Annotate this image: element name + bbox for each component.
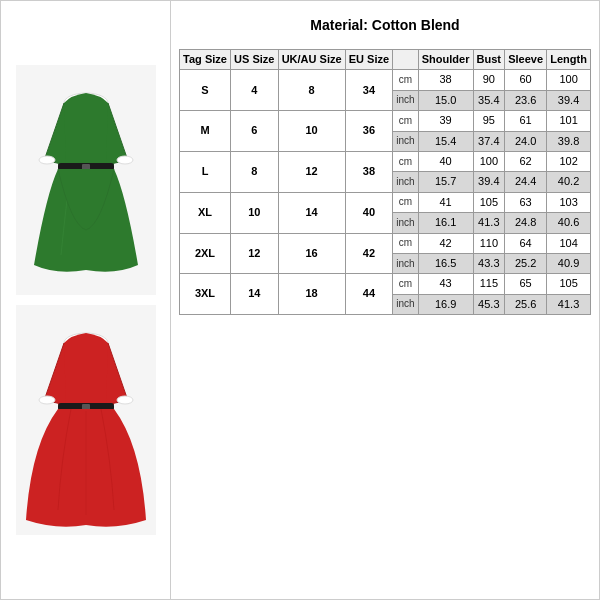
green-dress-image (16, 65, 156, 295)
shoulder-inch: 15.4 (418, 131, 473, 151)
tag-size-cell: XL (180, 192, 231, 233)
length-inch: 41.3 (547, 294, 591, 314)
sleeve-cm: 63 (505, 192, 547, 212)
main-container: Material: Cotton Blend Tag Size US Size … (0, 0, 600, 600)
unit-inch-cell: inch (393, 213, 418, 233)
eu-size-cell: 44 (345, 274, 393, 315)
sleeve-cm: 64 (505, 233, 547, 253)
col-header-tag: Tag Size (180, 50, 231, 70)
shoulder-cm: 41 (418, 192, 473, 212)
tag-size-cell: 2XL (180, 233, 231, 274)
bust-cm: 110 (473, 233, 505, 253)
length-inch: 39.8 (547, 131, 591, 151)
length-inch: 40.9 (547, 253, 591, 273)
svg-point-8 (39, 396, 55, 404)
svg-point-9 (117, 396, 133, 404)
us-size-cell: 6 (231, 111, 279, 152)
ukau-size-cell: 10 (278, 111, 345, 152)
col-header-unit (393, 50, 418, 70)
shoulder-inch: 15.7 (418, 172, 473, 192)
length-inch: 39.4 (547, 90, 591, 110)
us-size-cell: 8 (231, 151, 279, 192)
bust-cm: 100 (473, 151, 505, 171)
bust-cm: 105 (473, 192, 505, 212)
sleeve-cm: 62 (505, 151, 547, 171)
bust-inch: 35.4 (473, 90, 505, 110)
col-header-length: Length (547, 50, 591, 70)
us-size-cell: 10 (231, 192, 279, 233)
unit-cm-cell: cm (393, 70, 418, 90)
sleeve-cm: 60 (505, 70, 547, 90)
bust-inch: 37.4 (473, 131, 505, 151)
length-inch: 40.2 (547, 172, 591, 192)
eu-size-cell: 36 (345, 111, 393, 152)
bust-inch: 41.3 (473, 213, 505, 233)
tag-size-cell: M (180, 111, 231, 152)
material-title: Material: Cotton Blend (179, 11, 591, 39)
table-row: L81238cm4010062102 (180, 151, 591, 171)
shoulder-inch: 16.9 (418, 294, 473, 314)
eu-size-cell: 38 (345, 151, 393, 192)
col-header-ukau: UK/AU Size (278, 50, 345, 70)
tag-size-cell: 3XL (180, 274, 231, 315)
us-size-cell: 12 (231, 233, 279, 274)
svg-point-3 (117, 156, 133, 164)
sleeve-inch: 24.8 (505, 213, 547, 233)
shoulder-inch: 15.0 (418, 90, 473, 110)
sleeve-inch: 24.4 (505, 172, 547, 192)
svg-point-2 (39, 156, 55, 164)
bust-cm: 90 (473, 70, 505, 90)
sleeve-cm: 61 (505, 111, 547, 131)
col-header-sleeve: Sleeve (505, 50, 547, 70)
shoulder-cm: 38 (418, 70, 473, 90)
unit-inch-cell: inch (393, 172, 418, 192)
eu-size-cell: 34 (345, 70, 393, 111)
info-panel: Material: Cotton Blend Tag Size US Size … (171, 1, 599, 599)
ukau-size-cell: 12 (278, 151, 345, 192)
bust-inch: 45.3 (473, 294, 505, 314)
shoulder-inch: 16.5 (418, 253, 473, 273)
table-row: M61036cm399561101 (180, 111, 591, 131)
sleeve-cm: 65 (505, 274, 547, 294)
length-cm: 105 (547, 274, 591, 294)
sleeve-inch: 23.6 (505, 90, 547, 110)
shoulder-cm: 42 (418, 233, 473, 253)
length-inch: 40.6 (547, 213, 591, 233)
shoulder-cm: 43 (418, 274, 473, 294)
eu-size-cell: 40 (345, 192, 393, 233)
unit-cm-cell: cm (393, 111, 418, 131)
images-panel (1, 1, 171, 599)
col-header-shoulder: Shoulder (418, 50, 473, 70)
shoulder-inch: 16.1 (418, 213, 473, 233)
unit-cm-cell: cm (393, 192, 418, 212)
ukau-size-cell: 16 (278, 233, 345, 274)
table-row: XL101440cm4110563103 (180, 192, 591, 212)
col-header-eu: EU Size (345, 50, 393, 70)
shoulder-cm: 39 (418, 111, 473, 131)
table-row: S4834cm389060100 (180, 70, 591, 90)
unit-cm-cell: cm (393, 233, 418, 253)
shoulder-cm: 40 (418, 151, 473, 171)
length-cm: 102 (547, 151, 591, 171)
unit-cm-cell: cm (393, 274, 418, 294)
length-cm: 100 (547, 70, 591, 90)
ukau-size-cell: 8 (278, 70, 345, 111)
sleeve-inch: 25.2 (505, 253, 547, 273)
size-table: Tag Size US Size UK/AU Size EU Size Shou… (179, 49, 591, 315)
col-header-us: US Size (231, 50, 279, 70)
length-cm: 104 (547, 233, 591, 253)
bust-cm: 95 (473, 111, 505, 131)
us-size-cell: 14 (231, 274, 279, 315)
bust-inch: 43.3 (473, 253, 505, 273)
ukau-size-cell: 18 (278, 274, 345, 315)
unit-inch-cell: inch (393, 90, 418, 110)
red-dress-image (16, 305, 156, 535)
col-header-bust: Bust (473, 50, 505, 70)
length-cm: 103 (547, 192, 591, 212)
length-cm: 101 (547, 111, 591, 131)
bust-cm: 115 (473, 274, 505, 294)
us-size-cell: 4 (231, 70, 279, 111)
tag-size-cell: S (180, 70, 231, 111)
table-row: 3XL141844cm4311565105 (180, 274, 591, 294)
sleeve-inch: 24.0 (505, 131, 547, 151)
